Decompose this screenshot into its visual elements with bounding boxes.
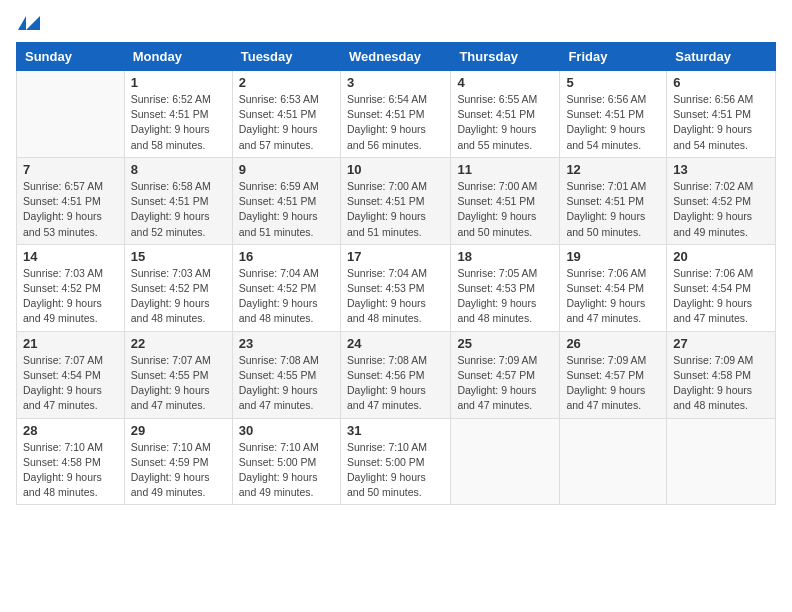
day-number: 13 <box>673 162 769 177</box>
calendar-cell: 4Sunrise: 6:55 AM Sunset: 4:51 PM Daylig… <box>451 71 560 158</box>
day-number: 9 <box>239 162 334 177</box>
calendar-cell: 17Sunrise: 7:04 AM Sunset: 4:53 PM Dayli… <box>340 244 450 331</box>
col-saturday: Saturday <box>667 43 776 71</box>
day-number: 28 <box>23 423 118 438</box>
day-info: Sunrise: 6:56 AM Sunset: 4:51 PM Dayligh… <box>673 92 769 153</box>
calendar-cell: 27Sunrise: 7:09 AM Sunset: 4:58 PM Dayli… <box>667 331 776 418</box>
day-info: Sunrise: 6:54 AM Sunset: 4:51 PM Dayligh… <box>347 92 444 153</box>
calendar-week-row: 28Sunrise: 7:10 AM Sunset: 4:58 PM Dayli… <box>17 418 776 505</box>
calendar-cell: 25Sunrise: 7:09 AM Sunset: 4:57 PM Dayli… <box>451 331 560 418</box>
calendar-cell <box>560 418 667 505</box>
calendar-cell: 8Sunrise: 6:58 AM Sunset: 4:51 PM Daylig… <box>124 157 232 244</box>
logo-icon <box>18 16 26 30</box>
day-number: 7 <box>23 162 118 177</box>
calendar-cell: 12Sunrise: 7:01 AM Sunset: 4:51 PM Dayli… <box>560 157 667 244</box>
day-number: 5 <box>566 75 660 90</box>
day-info: Sunrise: 7:05 AM Sunset: 4:53 PM Dayligh… <box>457 266 553 327</box>
day-number: 3 <box>347 75 444 90</box>
day-info: Sunrise: 7:10 AM Sunset: 5:00 PM Dayligh… <box>239 440 334 501</box>
col-tuesday: Tuesday <box>232 43 340 71</box>
day-info: Sunrise: 6:59 AM Sunset: 4:51 PM Dayligh… <box>239 179 334 240</box>
col-monday: Monday <box>124 43 232 71</box>
col-friday: Friday <box>560 43 667 71</box>
day-info: Sunrise: 7:03 AM Sunset: 4:52 PM Dayligh… <box>131 266 226 327</box>
calendar-week-row: 7Sunrise: 6:57 AM Sunset: 4:51 PM Daylig… <box>17 157 776 244</box>
calendar-week-row: 14Sunrise: 7:03 AM Sunset: 4:52 PM Dayli… <box>17 244 776 331</box>
day-number: 2 <box>239 75 334 90</box>
day-info: Sunrise: 7:00 AM Sunset: 4:51 PM Dayligh… <box>347 179 444 240</box>
logo <box>16 16 26 30</box>
day-number: 8 <box>131 162 226 177</box>
calendar-cell: 20Sunrise: 7:06 AM Sunset: 4:54 PM Dayli… <box>667 244 776 331</box>
day-info: Sunrise: 7:01 AM Sunset: 4:51 PM Dayligh… <box>566 179 660 240</box>
day-info: Sunrise: 7:07 AM Sunset: 4:55 PM Dayligh… <box>131 353 226 414</box>
header-row: Sunday Monday Tuesday Wednesday Thursday… <box>17 43 776 71</box>
calendar-cell <box>451 418 560 505</box>
day-number: 24 <box>347 336 444 351</box>
day-number: 1 <box>131 75 226 90</box>
page-header <box>16 16 776 30</box>
calendar-cell <box>667 418 776 505</box>
day-info: Sunrise: 7:10 AM Sunset: 4:58 PM Dayligh… <box>23 440 118 501</box>
calendar-cell: 29Sunrise: 7:10 AM Sunset: 4:59 PM Dayli… <box>124 418 232 505</box>
calendar-cell: 7Sunrise: 6:57 AM Sunset: 4:51 PM Daylig… <box>17 157 125 244</box>
day-info: Sunrise: 7:06 AM Sunset: 4:54 PM Dayligh… <box>566 266 660 327</box>
calendar-cell: 14Sunrise: 7:03 AM Sunset: 4:52 PM Dayli… <box>17 244 125 331</box>
day-number: 22 <box>131 336 226 351</box>
calendar-cell: 18Sunrise: 7:05 AM Sunset: 4:53 PM Dayli… <box>451 244 560 331</box>
calendar-cell: 3Sunrise: 6:54 AM Sunset: 4:51 PM Daylig… <box>340 71 450 158</box>
day-number: 21 <box>23 336 118 351</box>
calendar-cell: 26Sunrise: 7:09 AM Sunset: 4:57 PM Dayli… <box>560 331 667 418</box>
day-info: Sunrise: 7:06 AM Sunset: 4:54 PM Dayligh… <box>673 266 769 327</box>
calendar-cell: 31Sunrise: 7:10 AM Sunset: 5:00 PM Dayli… <box>340 418 450 505</box>
day-number: 30 <box>239 423 334 438</box>
day-number: 20 <box>673 249 769 264</box>
day-info: Sunrise: 7:03 AM Sunset: 4:52 PM Dayligh… <box>23 266 118 327</box>
day-number: 26 <box>566 336 660 351</box>
calendar-cell: 19Sunrise: 7:06 AM Sunset: 4:54 PM Dayli… <box>560 244 667 331</box>
col-wednesday: Wednesday <box>340 43 450 71</box>
calendar-week-row: 21Sunrise: 7:07 AM Sunset: 4:54 PM Dayli… <box>17 331 776 418</box>
calendar-cell: 22Sunrise: 7:07 AM Sunset: 4:55 PM Dayli… <box>124 331 232 418</box>
day-number: 10 <box>347 162 444 177</box>
day-info: Sunrise: 7:02 AM Sunset: 4:52 PM Dayligh… <box>673 179 769 240</box>
calendar-cell: 5Sunrise: 6:56 AM Sunset: 4:51 PM Daylig… <box>560 71 667 158</box>
day-info: Sunrise: 6:58 AM Sunset: 4:51 PM Dayligh… <box>131 179 226 240</box>
day-number: 15 <box>131 249 226 264</box>
day-info: Sunrise: 7:09 AM Sunset: 4:57 PM Dayligh… <box>566 353 660 414</box>
day-number: 16 <box>239 249 334 264</box>
svg-marker-0 <box>26 16 40 30</box>
day-number: 23 <box>239 336 334 351</box>
calendar-cell: 24Sunrise: 7:08 AM Sunset: 4:56 PM Dayli… <box>340 331 450 418</box>
day-info: Sunrise: 7:10 AM Sunset: 5:00 PM Dayligh… <box>347 440 444 501</box>
day-info: Sunrise: 6:57 AM Sunset: 4:51 PM Dayligh… <box>23 179 118 240</box>
day-number: 27 <box>673 336 769 351</box>
day-number: 19 <box>566 249 660 264</box>
calendar-table: Sunday Monday Tuesday Wednesday Thursday… <box>16 42 776 505</box>
day-number: 4 <box>457 75 553 90</box>
day-info: Sunrise: 7:08 AM Sunset: 4:56 PM Dayligh… <box>347 353 444 414</box>
day-info: Sunrise: 7:04 AM Sunset: 4:53 PM Dayligh… <box>347 266 444 327</box>
calendar-cell: 2Sunrise: 6:53 AM Sunset: 4:51 PM Daylig… <box>232 71 340 158</box>
calendar-cell: 6Sunrise: 6:56 AM Sunset: 4:51 PM Daylig… <box>667 71 776 158</box>
calendar-cell: 28Sunrise: 7:10 AM Sunset: 4:58 PM Dayli… <box>17 418 125 505</box>
day-info: Sunrise: 7:09 AM Sunset: 4:57 PM Dayligh… <box>457 353 553 414</box>
day-info: Sunrise: 7:07 AM Sunset: 4:54 PM Dayligh… <box>23 353 118 414</box>
calendar-cell: 13Sunrise: 7:02 AM Sunset: 4:52 PM Dayli… <box>667 157 776 244</box>
day-number: 29 <box>131 423 226 438</box>
day-number: 6 <box>673 75 769 90</box>
calendar-cell: 1Sunrise: 6:52 AM Sunset: 4:51 PM Daylig… <box>124 71 232 158</box>
day-info: Sunrise: 7:09 AM Sunset: 4:58 PM Dayligh… <box>673 353 769 414</box>
day-number: 25 <box>457 336 553 351</box>
day-info: Sunrise: 7:04 AM Sunset: 4:52 PM Dayligh… <box>239 266 334 327</box>
calendar-cell: 10Sunrise: 7:00 AM Sunset: 4:51 PM Dayli… <box>340 157 450 244</box>
day-info: Sunrise: 7:08 AM Sunset: 4:55 PM Dayligh… <box>239 353 334 414</box>
calendar-cell: 9Sunrise: 6:59 AM Sunset: 4:51 PM Daylig… <box>232 157 340 244</box>
day-number: 17 <box>347 249 444 264</box>
calendar-cell: 30Sunrise: 7:10 AM Sunset: 5:00 PM Dayli… <box>232 418 340 505</box>
day-info: Sunrise: 6:52 AM Sunset: 4:51 PM Dayligh… <box>131 92 226 153</box>
col-thursday: Thursday <box>451 43 560 71</box>
day-info: Sunrise: 6:53 AM Sunset: 4:51 PM Dayligh… <box>239 92 334 153</box>
day-number: 11 <box>457 162 553 177</box>
calendar-cell: 16Sunrise: 7:04 AM Sunset: 4:52 PM Dayli… <box>232 244 340 331</box>
